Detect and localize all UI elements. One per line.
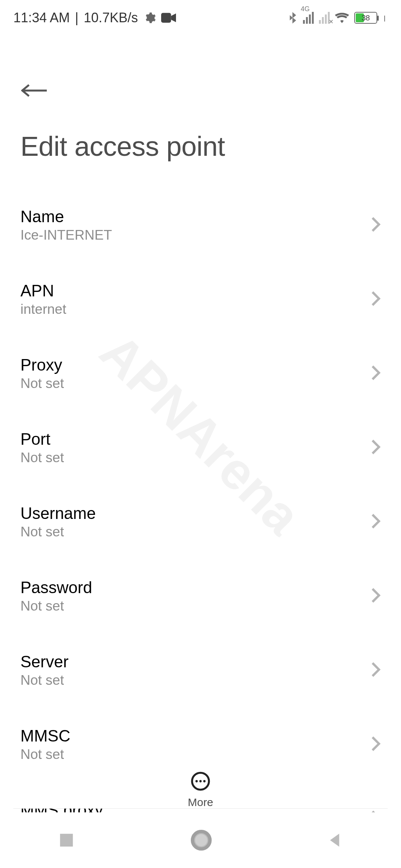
back-arrow-icon [21, 82, 48, 99]
status-data-rate: 10.7KB/s [84, 10, 138, 26]
list-item-username[interactable]: Username Not set [0, 485, 401, 559]
status-time: 11:34 AM [13, 10, 70, 26]
more-button[interactable]: More [0, 767, 401, 809]
item-label: Username [20, 504, 96, 523]
chevron-right-icon [371, 662, 381, 679]
list-item-apn[interactable]: APN internet [0, 262, 401, 336]
apn-settings-list: Name Ice-INTERNET APN internet Proxy Not… [0, 188, 401, 856]
signal-sim1-icon: 4G [303, 12, 314, 24]
status-separator: | [75, 10, 78, 26]
svg-point-7 [195, 834, 208, 846]
svg-point-2 [195, 780, 198, 782]
signal-4g-label: 4G [301, 5, 310, 13]
system-nav-bar [0, 812, 401, 868]
item-value: Not set [20, 376, 64, 391]
list-item-server[interactable]: Server Not set [0, 633, 401, 707]
item-label: APN [20, 282, 66, 300]
chevron-right-icon [371, 439, 381, 456]
item-label: Port [20, 430, 64, 448]
item-value: Not set [20, 524, 96, 540]
nav-back-button[interactable] [327, 832, 343, 848]
svg-point-4 [203, 780, 205, 782]
item-value: Not set [20, 598, 92, 614]
status-bar: 11:34 AM | 10.7KB/s 4G ✕ 38 𐰾 [0, 0, 401, 36]
item-value: Not set [20, 747, 70, 762]
status-bar-left: 11:34 AM | 10.7KB/s [13, 10, 176, 26]
video-camera-icon [161, 13, 176, 23]
item-value: Not set [20, 450, 64, 466]
list-item-password[interactable]: Password Not set [0, 559, 401, 633]
svg-rect-5 [60, 834, 73, 847]
nav-recent-button[interactable] [58, 832, 75, 849]
nav-home-button[interactable] [190, 829, 212, 851]
more-label: More [188, 796, 213, 809]
item-label: Proxy [20, 356, 64, 374]
more-icon [190, 771, 211, 793]
chevron-right-icon [371, 736, 381, 753]
chevron-right-icon [371, 588, 381, 605]
item-label: Server [20, 652, 69, 671]
back-button[interactable] [20, 76, 49, 105]
bluetooth-icon [288, 11, 298, 24]
battery-percent: 38 [355, 13, 376, 23]
list-item-port[interactable]: Port Not set [0, 411, 401, 485]
list-item-proxy[interactable]: Proxy Not set [0, 336, 401, 411]
signal-sim2-icon: ✕ [319, 12, 330, 24]
gear-icon [143, 11, 156, 24]
item-label: Password [20, 578, 92, 597]
chevron-right-icon [371, 291, 381, 308]
status-bar-right: 4G ✕ 38 𐰾 [288, 11, 388, 24]
charging-icon: 𐰾 [382, 12, 388, 24]
svg-point-3 [199, 780, 202, 782]
battery-icon: 38 [354, 12, 377, 24]
list-item-name[interactable]: Name Ice-INTERNET [0, 188, 401, 262]
chevron-right-icon [371, 513, 381, 530]
svg-rect-0 [161, 13, 171, 23]
chevron-right-icon [371, 217, 381, 234]
chevron-right-icon [371, 365, 381, 382]
page-title: Edit access point [20, 131, 381, 162]
item-label: Name [20, 207, 112, 226]
item-value: Not set [20, 673, 69, 688]
bottom-separator [13, 808, 388, 809]
item-value: Ice-INTERNET [20, 227, 112, 243]
item-value: internet [20, 302, 66, 317]
item-label: MMSC [20, 727, 70, 745]
wifi-icon [335, 12, 349, 23]
